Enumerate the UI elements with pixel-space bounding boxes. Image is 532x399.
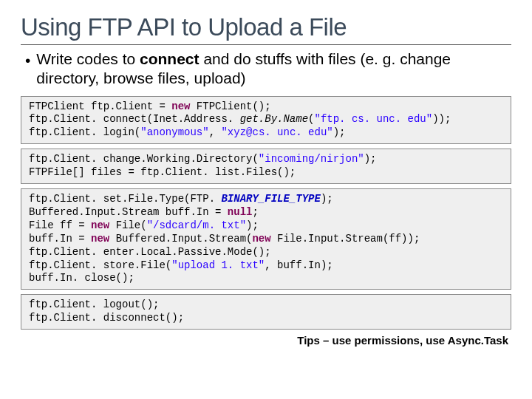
bullet-item: • Write codes to connect and do stuffs w… [25,50,511,89]
bullet-text: Write codes to connect and do stuffs wit… [36,50,511,89]
code-text: buff.In. close(); [29,272,134,284]
code-text: )); [432,113,451,125]
code-text: , buff.In); [265,259,332,271]
code-keyword: new [91,233,109,245]
page-title: Using FTP API to Upload a File [21,13,511,43]
bullet-pre: Write codes to [36,50,140,67]
code-text: File( [109,219,146,231]
code-keyword: new [252,233,270,245]
code-text: Buffered.Input.Stream buff.In = [29,206,228,218]
tips-text: Tips – use permissions, use Async.Task [21,334,508,347]
code-text: ftp.Client. connect(Inet.Address. [29,113,240,125]
code-text: FTPClient ftp.Client = [29,100,171,112]
code-text: FTPClient(); [190,100,270,112]
code-text: ); [246,219,259,231]
code-text: ftp.Client. set.File.Type(FTP. [29,193,221,205]
code-text: ); [364,153,377,165]
code-text: Buffered.Input.Stream( [109,233,252,245]
code-text: buff.In = [29,233,91,245]
code-text: ftp.Client. change.Working.Directory( [29,153,259,165]
code-text: ftp.Client. login( [29,126,140,138]
code-block-1: FTPClient ftp.Client = new FTPClient(); … [21,96,511,145]
code-keyword: new [171,100,190,112]
code-string: "/sdcard/m. txt" [147,219,246,231]
code-text: ); [333,126,346,138]
code-text: ftp.Client. logout(); [29,299,159,310]
code-string: "xyz@cs. unc. edu" [221,126,332,138]
code-italic: get.By.Name [240,113,308,125]
code-string: "anonymous" [140,126,208,138]
code-block-2: ftp.Client. change.Working.Directory("in… [21,149,511,184]
code-string: "incoming/nirjon" [259,153,364,165]
title-rule [21,44,511,45]
code-text: File ff = [29,219,91,231]
code-keyword: new [91,219,109,231]
code-block-3: ftp.Client. set.File.Type(FTP. BINARY_FI… [21,188,511,290]
code-string: "upload 1. txt" [171,259,265,271]
bullet-bold: connect [140,50,200,67]
code-keyword: null [228,206,253,218]
code-text: File.Input.Stream(ff)); [271,233,420,245]
code-text: ); [321,193,333,205]
code-block-4: ftp.Client. logout(); ftp.Client. discon… [21,294,511,330]
code-text: ftp.Client. store.File( [29,259,171,271]
code-text: ftp.Client. disconnect(); [29,312,184,324]
code-const: BINARY_FILE_TYPE [221,193,320,205]
code-text: , [209,126,222,138]
code-text: FTPFile[] files = ftp.Client. list.Files… [29,166,296,178]
code-string: "ftp. cs. unc. edu" [314,113,432,125]
code-text: ftp.Client. enter.Local.Passive.Mode(); [29,246,271,258]
bullet-dot: • [25,51,30,70]
code-text: ; [252,206,258,218]
